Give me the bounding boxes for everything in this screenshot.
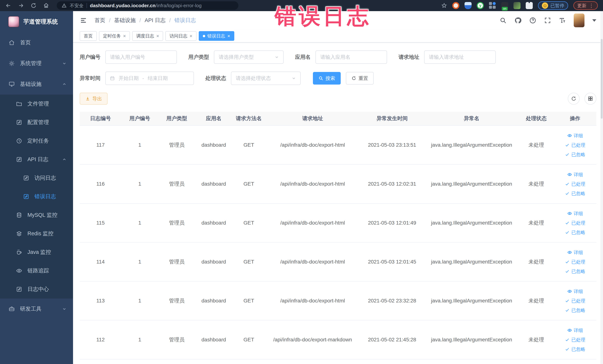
browser-menu-icon[interactable]: ⋮ [589, 3, 594, 9]
sidebar-item-scheduled-jobs[interactable]: 定时任务 [0, 132, 73, 150]
cell-exception-name: java.lang.IllegalArgumentException [425, 337, 519, 343]
browser-update-button[interactable]: 更新 ⋮ [573, 1, 598, 10]
sidebar-item-mysql-monitor[interactable]: MySQL 监控 [0, 206, 73, 224]
processed-link[interactable]: 已处理 [565, 298, 585, 304]
sidebar-item-infrastructure[interactable]: 基础设施 [0, 74, 73, 94]
processed-link[interactable]: 已处理 [565, 259, 585, 265]
user-type-select[interactable]: 请选择用户类型 [214, 50, 284, 64]
breadcrumb-item-api-log[interactable]: API 日志 [145, 17, 165, 24]
cell-exception-name: java.lang.IllegalArgumentException [425, 259, 519, 265]
forward-icon[interactable] [18, 2, 24, 9]
process-status-select[interactable]: 请选择处理状态 [231, 71, 301, 85]
sidebar-item-config-management[interactable]: 配置管理 [0, 113, 73, 132]
cell-user-type: 管理员 [158, 141, 195, 149]
user-id-input[interactable] [105, 50, 177, 64]
cell-log-id: 114 [80, 259, 121, 265]
sidebar-item-api-log[interactable]: API 日志 [0, 150, 73, 169]
home-icon [9, 39, 15, 46]
close-icon[interactable]: × [227, 34, 230, 38]
table-header: 日志编号 用户编号 用户类型 应用名 请求方法名 请求地址 异常发生时间 异常名… [80, 112, 596, 126]
refresh-table-button[interactable] [568, 93, 580, 105]
column-settings-button[interactable] [584, 93, 596, 105]
ignored-link[interactable]: 已忽略 [565, 229, 585, 235]
tag-scheduled-jobs[interactable]: 定时任务 × [99, 31, 130, 41]
detail-link[interactable]: 详细 [567, 249, 583, 256]
extension-icon-leaf[interactable] [513, 2, 521, 9]
font-size-icon[interactable] [559, 17, 566, 24]
tag-home[interactable]: 首页 [80, 31, 97, 41]
col-process-status: 处理状态 [519, 115, 554, 122]
ignored-link[interactable]: 已忽略 [565, 307, 585, 313]
table-row: 116 1 管理员 dashboard GET /api/infra/db-do… [80, 165, 596, 204]
app-logo-row[interactable]: 芋道管理系统 [0, 11, 73, 32]
cell-actions: 详细 已处理 已忽略 [554, 327, 596, 352]
close-icon[interactable]: × [156, 34, 159, 38]
processed-link[interactable]: 已处理 [565, 337, 585, 343]
reset-button[interactable]: 重置 [346, 72, 374, 84]
sidebar-item-file-management[interactable]: 文件管理 [0, 94, 73, 113]
sidebar-item-system-management[interactable]: 系统管理 [0, 53, 73, 74]
user-avatar[interactable] [574, 13, 584, 27]
search-button[interactable]: 搜索 [313, 72, 341, 84]
detail-link[interactable]: 详细 [567, 133, 583, 139]
home-nav-icon[interactable] [43, 2, 49, 9]
cell-process-status: 未处理 [519, 336, 554, 343]
sidebar-item-tracing[interactable]: 链路追踪 [0, 261, 73, 280]
detail-link[interactable]: 详细 [567, 211, 583, 217]
bookmark-star-icon[interactable] [441, 3, 447, 9]
log-edit-icon [23, 175, 29, 181]
ignored-link[interactable]: 已忽略 [565, 190, 585, 197]
sidebar-item-home[interactable]: 首页 [0, 32, 73, 53]
help-icon[interactable] [529, 17, 536, 24]
scrollbar-thumb[interactable] [601, 39, 603, 119]
date-range-picker[interactable]: 开始日期 - 结束日期 [105, 71, 194, 85]
app-frame: 芋道管理系统 首页 系统管理 基础设施 文件管理 [0, 11, 603, 364]
breadcrumb-item-infrastructure[interactable]: 基础设施 [114, 17, 136, 24]
export-button[interactable]: 导出 [80, 93, 107, 105]
extension-icon-orange[interactable] [452, 2, 459, 9]
avatar-caret-icon[interactable] [592, 19, 596, 22]
processed-link[interactable]: 已处理 [565, 142, 585, 148]
fullscreen-icon[interactable] [544, 17, 551, 24]
download-icon [85, 96, 90, 101]
reload-icon[interactable] [30, 2, 37, 9]
processed-link[interactable]: 已处理 [565, 220, 585, 226]
close-icon[interactable]: × [123, 34, 126, 38]
sidebar-item-error-log[interactable]: 错误日志 [0, 187, 73, 206]
breadcrumb-item-home[interactable]: 首页 [94, 17, 105, 24]
extension-icon-on-badge[interactable] [501, 2, 508, 9]
address-bar[interactable]: 不安全 dashboard.yudao.iocoder.cn/infra/log… [57, 1, 238, 10]
detail-link[interactable]: 详细 [567, 288, 583, 294]
profile-paused-badge[interactable]: ☺ 已暂停 [538, 1, 568, 10]
ignored-link[interactable]: 已忽略 [565, 268, 585, 274]
request-url-input[interactable] [424, 50, 496, 64]
sidebar-item-log-center[interactable]: 日志中心 [0, 280, 73, 299]
github-icon[interactable] [514, 17, 522, 24]
detail-link[interactable]: 详细 [567, 327, 583, 333]
sidebar-item-dev-tools[interactable]: 研发工具 [0, 299, 73, 319]
cell-user-type: 管理员 [158, 336, 195, 343]
sidebar-item-java-monitor[interactable]: Java 监控 [0, 243, 73, 261]
extension-icon-green-y[interactable]: y [477, 2, 484, 9]
search-icon[interactable] [499, 17, 507, 24]
tag-error-log[interactable]: 错误日志 × [199, 31, 234, 41]
extension-icon-blue[interactable] [464, 2, 472, 9]
window-scrollbar[interactable] [600, 11, 603, 364]
extensions-puzzle-icon[interactable] [526, 2, 533, 9]
chevron-up-icon [62, 157, 67, 162]
ignored-link[interactable]: 已忽略 [565, 152, 585, 158]
close-icon[interactable]: × [189, 34, 192, 38]
sidebar-collapse-icon[interactable] [80, 17, 87, 24]
detail-link[interactable]: 详细 [567, 172, 583, 178]
cell-app-name: dashboard [195, 181, 232, 187]
sidebar-item-redis-monitor[interactable]: Redis 监控 [0, 224, 73, 243]
chevron-down-icon [62, 306, 67, 311]
processed-link[interactable]: 已处理 [565, 181, 585, 187]
tag-schedule-log[interactable]: 调度日志 × [132, 31, 163, 41]
extension-icon-grid[interactable] [489, 2, 496, 9]
sidebar-item-access-log[interactable]: 访问日志 [0, 169, 73, 187]
back-icon[interactable] [5, 2, 12, 9]
tag-access-log[interactable]: 访问日志 × [165, 31, 196, 41]
ignored-link[interactable]: 已忽略 [565, 346, 585, 352]
app-name-input[interactable] [315, 50, 387, 64]
